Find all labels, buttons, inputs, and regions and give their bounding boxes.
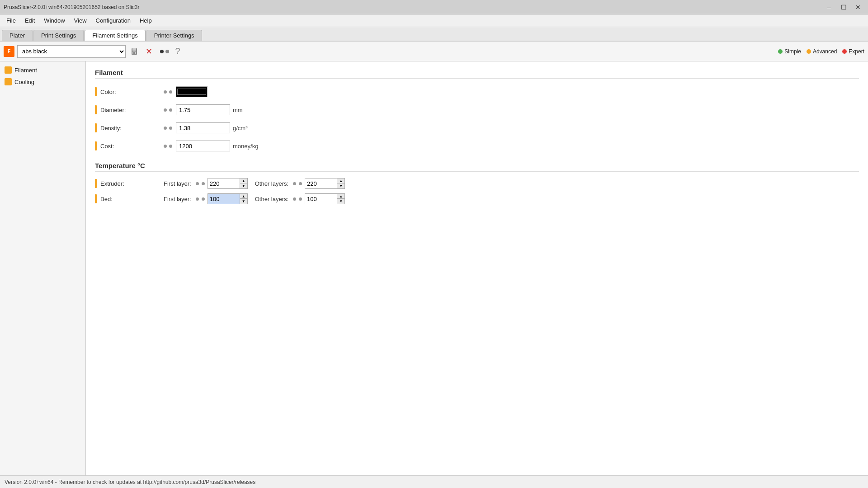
menu-help[interactable]: Help [135, 14, 156, 27]
extruder-fl-dot-2[interactable] [202, 182, 205, 185]
cost-dot-2[interactable] [169, 145, 172, 148]
extruder-row: Extruder: First layer: ▲ ▼ Other layers: [95, 178, 859, 189]
status-text: Version 2.0.0+win64 - Remember to check … [5, 479, 255, 485]
simple-dot [778, 49, 783, 54]
bed-other-layers-group: Other layers: ▲ ▼ [255, 193, 345, 204]
profile-icon: F [4, 46, 14, 57]
diameter-dot-1[interactable] [164, 108, 167, 112]
diameter-dot-2[interactable] [169, 108, 172, 112]
bed-first-layer-label: First layer: [164, 196, 191, 202]
diameter-input[interactable] [176, 104, 230, 115]
dot-1 [160, 50, 164, 53]
tab-print-settings[interactable]: Print Settings [33, 30, 84, 41]
legend: Simple Advanced Expert [778, 48, 864, 55]
menu-edit[interactable]: Edit [20, 14, 39, 27]
profile-dropdown[interactable]: abs black [17, 45, 126, 58]
bed-indicator [95, 194, 97, 203]
tab-filament-settings[interactable]: Filament Settings [85, 30, 145, 41]
filament-section: Filament Color: Diameter: [95, 69, 859, 153]
extruder-fl-dot-1[interactable] [196, 182, 199, 185]
simple-label: Simple [784, 48, 801, 55]
extruder-ol-dot-1[interactable] [293, 182, 296, 185]
maximize-button[interactable]: ☐ [837, 2, 850, 13]
dot-2 [165, 50, 169, 53]
menu-file[interactable]: File [2, 14, 20, 27]
expert-label: Expert [849, 48, 864, 55]
bed-fl-arrows: ▲ ▼ [240, 194, 247, 204]
color-dot-2[interactable] [169, 90, 172, 94]
filament-section-title: Filament [95, 69, 859, 79]
bed-ol-up[interactable]: ▲ [337, 194, 344, 199]
tab-bar: Plater Print Settings Filament Settings … [0, 27, 868, 42]
cost-dots [164, 145, 172, 148]
cost-dot-1[interactable] [164, 145, 167, 148]
extruder-other-layers-input[interactable] [305, 178, 337, 188]
color-row: Color: [95, 85, 859, 99]
filament-icon [5, 66, 12, 74]
extruder-first-layer-label: First layer: [164, 180, 191, 187]
density-dot-1[interactable] [164, 127, 167, 130]
extruder-ol-down[interactable]: ▼ [337, 183, 344, 188]
advanced-label: Advanced [813, 48, 837, 55]
sidebar-item-filament[interactable]: Filament [0, 64, 85, 76]
menu-configuration[interactable]: Configuration [91, 14, 135, 27]
bed-ol-dot-1[interactable] [293, 197, 296, 201]
diameter-label: Diameter: [100, 107, 164, 113]
extruder-fl-down[interactable]: ▼ [240, 183, 247, 188]
bed-fl-dot-2[interactable] [202, 197, 205, 201]
extruder-ol-dot-2[interactable] [299, 182, 302, 185]
bed-ol-dot-2[interactable] [299, 197, 302, 201]
temperature-section: Temperature °C Extruder: First layer: ▲ … [95, 162, 859, 204]
bed-fl-down[interactable]: ▼ [240, 199, 247, 204]
cost-input[interactable] [176, 141, 230, 151]
help-button[interactable]: ? [172, 46, 184, 57]
color-dots [164, 90, 172, 94]
bed-first-layer-input[interactable] [208, 194, 240, 204]
window-title: PrusaSlicer-2.0.0+win64-201905201652 bas… [4, 4, 140, 10]
diameter-row: Diameter: mm [95, 103, 859, 117]
extruder-other-layers-group: Other layers: ▲ ▼ [255, 178, 345, 189]
extruder-label: Extruder: [100, 180, 164, 187]
extruder-ol-up[interactable]: ▲ [337, 178, 344, 183]
color-dot-1[interactable] [164, 90, 167, 94]
sidebar-item-cooling[interactable]: Cooling [0, 76, 85, 88]
bed-other-layers-spinbox: ▲ ▼ [305, 193, 345, 204]
legend-expert: Expert [842, 48, 864, 55]
sidebar: Filament Cooling [0, 61, 86, 475]
extruder-first-layer-group: First layer: ▲ ▼ [164, 178, 248, 189]
menu-bar: File Edit Window View Configuration Help [0, 14, 868, 27]
density-unit: g/cm³ [233, 125, 248, 131]
indicator-dots [160, 50, 169, 53]
cost-row: Cost: money/kg [95, 139, 859, 153]
bed-first-layer-group: First layer: ▲ ▼ [164, 193, 248, 204]
bed-ol-down[interactable]: ▼ [337, 199, 344, 204]
legend-simple: Simple [778, 48, 801, 55]
discard-button[interactable]: ✕ [143, 46, 155, 57]
save-button[interactable] [128, 46, 140, 57]
density-indicator [95, 123, 97, 132]
color-input[interactable] [176, 86, 208, 97]
minimize-button[interactable]: – [823, 2, 835, 13]
bed-fl-dot-1[interactable] [196, 197, 199, 201]
diameter-dots [164, 108, 172, 112]
menu-view[interactable]: View [70, 14, 91, 27]
svg-rect-3 [133, 52, 135, 54]
density-input[interactable] [176, 122, 230, 133]
tab-plater[interactable]: Plater [2, 30, 33, 41]
cooling-icon [5, 78, 12, 85]
cost-unit: money/kg [233, 143, 258, 150]
window-controls: – ☐ ✕ [823, 2, 864, 13]
extruder-other-layers-spinbox: ▲ ▼ [305, 178, 345, 189]
bed-first-layer-spinbox: ▲ ▼ [208, 193, 248, 204]
bed-fl-up[interactable]: ▲ [240, 194, 247, 199]
density-dot-2[interactable] [169, 127, 172, 130]
content-area: Filament Color: Diameter: [86, 61, 868, 475]
diameter-indicator [95, 105, 97, 114]
close-button[interactable]: ✕ [852, 2, 864, 13]
extruder-first-layer-input[interactable] [208, 178, 240, 188]
extruder-fl-up[interactable]: ▲ [240, 178, 247, 183]
menu-window[interactable]: Window [39, 14, 69, 27]
status-bar: Version 2.0.0+win64 - Remember to check … [0, 475, 868, 488]
tab-printer-settings[interactable]: Printer Settings [146, 30, 202, 41]
bed-other-layers-input[interactable] [305, 194, 337, 204]
